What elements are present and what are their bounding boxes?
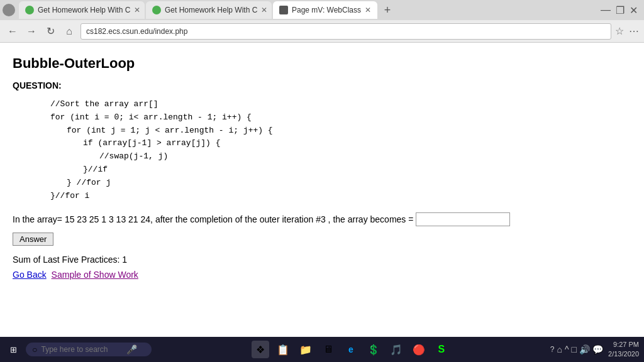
add-tab-button[interactable]: + — [379, 1, 396, 19]
taskbar-icon-1[interactable]: ❖ — [252, 341, 269, 358]
tab-favicon-3 — [279, 6, 288, 14]
windows-icon: ⊞ — [10, 345, 17, 354]
tab-3-label: Page mV: WebClass — [292, 6, 361, 14]
notification-icon[interactable]: 💬 — [592, 344, 603, 354]
back-button[interactable]: ← — [5, 24, 20, 39]
tab-3-close[interactable]: ✕ — [365, 6, 371, 14]
taskbar: ⊞ ○ 🎤 ❖ 📋 📁 🖥 e 💲 🎵 🔴 S ? ⌂ ^ □ 🔊 — [0, 337, 644, 362]
tab-2[interactable]: Get Homework Help With C ✕ — [146, 1, 272, 19]
url-bar[interactable]: cs182.ecs.csun.edu/index.php — [80, 23, 611, 40]
tab-bar: Get Homework Help With C ✕ Get Homework … — [0, 0, 644, 20]
taskbar-icon-8[interactable]: 🔴 — [410, 341, 428, 358]
url-text: cs182.ecs.csun.edu/index.php — [86, 27, 187, 36]
system-tray-icons: ? ⌂ ^ □ 🔊 💬 — [550, 344, 603, 354]
links-line: Go Back Sample of Show Work — [13, 270, 631, 280]
sum-line: Sum of Last Five Practices: 1 — [13, 255, 631, 265]
code-line-6: }//if — [50, 163, 631, 177]
search-icon: ○ — [32, 344, 37, 354]
date-display: 2/13/2020 — [608, 349, 639, 359]
taskbar-icon-6[interactable]: 💲 — [365, 341, 382, 358]
answer-input[interactable] — [416, 212, 510, 226]
close-button[interactable]: ✕ — [630, 4, 638, 16]
taskbar-icon-4[interactable]: 🖥 — [319, 341, 337, 358]
tab-1[interactable]: Get Homework Help With C ✕ — [19, 1, 145, 19]
go-back-link[interactable]: Go Back — [13, 270, 47, 280]
code-line-1: //Sort the array arr[] — [50, 98, 631, 111]
address-bar-actions: ☆ ⋯ — [615, 25, 639, 37]
bookmark-icon[interactable]: ☆ — [615, 25, 624, 37]
tab-3[interactable]: Page mV: WebClass ✕ — [273, 1, 377, 19]
code-line-2: for (int i = 0; i< arr.length - 1; i++) … — [50, 111, 631, 124]
code-block: //Sort the array arr[] for (int i = 0; i… — [50, 98, 631, 202]
question-text: In the array= 15 23 25 1 3 13 21 24, aft… — [13, 214, 413, 224]
tab-2-label: Get Homework Help With C — [165, 6, 257, 14]
answer-button-container: Answer — [13, 233, 631, 255]
tab-favicon-1 — [25, 6, 34, 14]
taskbar-icon-5[interactable]: e — [342, 341, 360, 358]
network-icon: ⌂ — [557, 344, 562, 354]
page-content: Bubble-OuterLoop QUESTION: //Sort the ar… — [0, 43, 644, 337]
minimize-button[interactable]: — — [601, 4, 611, 16]
tab-1-label: Get Homework Help With C — [38, 6, 130, 14]
browser-icon — [3, 4, 15, 16]
taskbar-search-input[interactable] — [41, 345, 123, 354]
refresh-button[interactable]: ↻ — [43, 24, 58, 39]
code-line-7: } //for j — [50, 177, 631, 190]
window-controls: — ❐ ✕ — [601, 4, 641, 16]
settings-icon[interactable]: ⋯ — [629, 25, 639, 37]
expand-icon[interactable]: ^ — [565, 344, 569, 354]
restore-button[interactable]: ❐ — [616, 4, 625, 16]
browser-window: Get Homework Help With C ✕ Get Homework … — [0, 0, 644, 362]
taskbar-icon-7[interactable]: 🎵 — [387, 341, 405, 358]
volume-icon[interactable]: 🔊 — [579, 344, 590, 354]
mic-icon: 🎤 — [126, 344, 137, 354]
answer-button[interactable]: Answer — [13, 233, 53, 246]
help-icon[interactable]: ? — [550, 345, 555, 354]
tab-1-close[interactable]: ✕ — [134, 6, 140, 14]
start-button[interactable]: ⊞ — [5, 343, 22, 357]
taskbar-icons: ❖ 📋 📁 🖥 e 💲 🎵 🔴 S — [155, 341, 547, 358]
home-button[interactable]: ⌂ — [62, 24, 77, 39]
tab-favicon-2 — [152, 6, 161, 14]
page-title: Bubble-OuterLoop — [13, 55, 631, 72]
code-line-4: if (array[j-1] > array[j]) { — [50, 137, 631, 150]
address-bar: ← → ↻ ⌂ cs182.ecs.csun.edu/index.php ☆ ⋯ — [0, 20, 644, 43]
taskbar-icon-9[interactable]: S — [433, 341, 450, 358]
taskbar-right: ? ⌂ ^ □ 🔊 💬 9:27 PM 2/13/2020 — [550, 340, 639, 359]
code-line-5: //swap(j-1, j) — [50, 150, 631, 163]
question-label: QUESTION: — [13, 80, 631, 90]
question-line: In the array= 15 23 25 1 3 13 21 24, aft… — [13, 212, 631, 226]
taskbar-icon-2[interactable]: 📋 — [274, 341, 292, 358]
taskbar-time: 9:27 PM 2/13/2020 — [608, 340, 639, 359]
display-icon: □ — [572, 344, 577, 354]
tab-2-close[interactable]: ✕ — [261, 6, 267, 14]
taskbar-icon-3[interactable]: 📁 — [297, 341, 314, 358]
show-work-link[interactable]: Sample of Show Work — [52, 270, 138, 280]
time-display: 9:27 PM — [608, 340, 639, 349]
taskbar-search[interactable]: ○ 🎤 — [26, 343, 152, 356]
forward-button[interactable]: → — [24, 24, 39, 39]
code-line-8: }//for i — [50, 190, 631, 203]
code-line-3: for (int j = 1; j < arr.length - i; j++)… — [50, 124, 631, 138]
